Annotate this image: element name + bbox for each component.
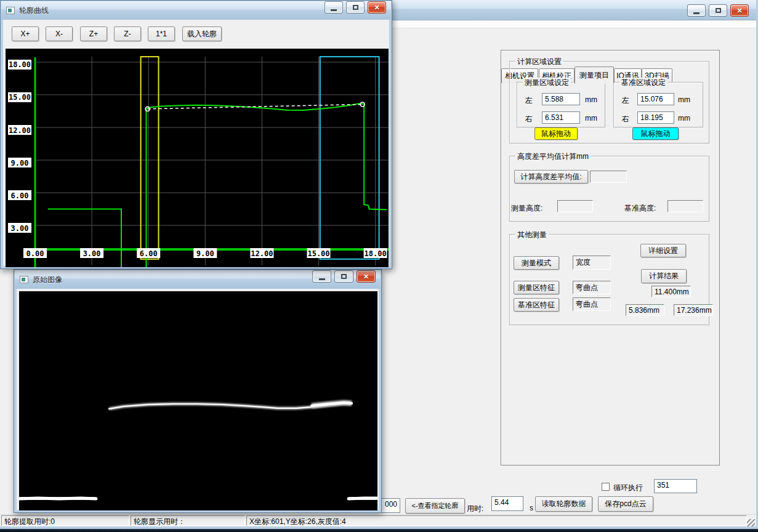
x-tick-label: 3.00	[83, 249, 101, 258]
calc-height-diff-button[interactable]: 计算高度差平均值:	[514, 170, 588, 183]
status-panel-extract-time: 轮廓提取用时:0	[1, 515, 129, 526]
measure-right-input[interactable]: 6.531	[542, 111, 580, 124]
profile-maximize-button[interactable]	[346, 1, 365, 14]
reference-left-label: 左	[622, 95, 629, 106]
profile-polyline	[48, 209, 121, 268]
status-panel-display-time: 轮廓显示用时：	[131, 515, 245, 526]
measure-drag-button[interactable]: 鼠标拖动	[534, 127, 578, 140]
image-window-icon	[20, 276, 28, 283]
measure-feature-button[interactable]: 测量区特征	[514, 281, 559, 294]
reference-left-input[interactable]: 15.076	[637, 93, 674, 105]
reference-height-label: 基准高度:	[624, 203, 656, 214]
profile-window-icon	[6, 7, 15, 14]
measure-region-rect[interactable]	[141, 57, 159, 259]
profile-close-button[interactable]: ✕	[368, 1, 386, 14]
image-window: 原始图像 ✕	[14, 269, 382, 513]
profile-polyline	[147, 103, 387, 267]
zoom-z-plus-button[interactable]: Z+	[80, 26, 107, 41]
desktop-strip	[0, 529, 758, 532]
image-maximize-button[interactable]	[334, 270, 353, 283]
x-tick-label: 9.00	[196, 249, 214, 258]
reference-height-field[interactable]	[667, 200, 703, 212]
profile-window-titlebar[interactable]: 轮廓曲线 ✕	[1, 1, 391, 20]
x-tick-label: 12.00	[251, 249, 273, 258]
load-profile-button[interactable]: 载入轮廓	[182, 26, 222, 41]
laser-image-canvas[interactable]	[19, 291, 377, 510]
result-right-field[interactable]: 17.236mm	[674, 304, 713, 316]
reference-right-unit: mm	[678, 114, 690, 123]
measure-feature-field[interactable]: 弯曲点	[573, 281, 611, 294]
height-diff-group-title: 高度差平均值计算mm	[515, 151, 591, 162]
read-profile-button[interactable]: 读取轮廓数据	[535, 496, 592, 512]
profile-window-client: X+ X- Z+ Z- 1*1 载入轮廓 3.006.009.0012.0015…	[3, 20, 389, 266]
x-tick-label: 6.00	[140, 249, 158, 258]
measure-mode-button[interactable]: 测量模式	[514, 256, 559, 270]
reference-area-title: 基准区域设定	[619, 78, 667, 88]
reference-feature-button[interactable]: 基准区特征	[514, 298, 559, 312]
y-tick-label: 3.00	[11, 224, 29, 233]
detail-settings-button[interactable]: 详细设置	[640, 244, 686, 257]
resize-grip[interactable]	[747, 519, 755, 526]
measure-area-title: 测量区域设定	[523, 78, 571, 88]
reference-right-input[interactable]: 18.195	[637, 111, 674, 124]
result-left-field[interactable]: 5.836mm	[626, 304, 664, 316]
image-window-titlebar[interactable]: 原始图像 ✕	[15, 270, 381, 289]
profile-chart-canvas[interactable]: 3.006.009.0012.0015.0018.000.003.006.009…	[6, 49, 389, 267]
measure-right-label: 右	[525, 114, 533, 124]
image-window-title: 原始图像	[33, 275, 62, 285]
main-minimize-button[interactable]	[687, 4, 706, 17]
tab-measurement-items[interactable]: 测量项目	[575, 66, 614, 84]
reference-left-unit: mm	[678, 95, 690, 104]
reference-region-rect[interactable]	[320, 57, 379, 259]
measure-right-unit: mm	[585, 114, 597, 123]
measure-height-field[interactable]	[557, 200, 593, 212]
zoom-z-minus-button[interactable]: Z-	[114, 26, 141, 41]
x-tick-label: 0.00	[26, 249, 44, 258]
elapsed-field[interactable]: 5.44	[491, 496, 523, 511]
y-tick-label: 15.00	[9, 93, 31, 102]
measure-left-input[interactable]: 5.588	[542, 93, 580, 105]
main-close-button[interactable]: ✕	[730, 4, 749, 17]
calc-result-button[interactable]: 计算结果	[641, 269, 687, 283]
x-tick-label: 15.00	[307, 249, 329, 258]
loop-checkbox-label: 循环执行	[613, 483, 643, 493]
zoom-reset-button[interactable]: 1*1	[148, 26, 175, 41]
y-tick-label: 18.00	[9, 60, 31, 69]
profile-minimize-button[interactable]	[325, 1, 343, 14]
y-tick-label: 9.00	[11, 159, 29, 167]
loop-count-field[interactable]: 351	[654, 479, 697, 493]
height-diff-result-field[interactable]	[590, 171, 627, 183]
save-pcd-button[interactable]: 保存pcd点云	[598, 496, 653, 512]
x-tick-label: 18.00	[365, 249, 387, 258]
profile-window: 轮廓曲线 ✕ X+ X- Z+ Z- 1*1 载入轮廓 3.006.009.00…	[0, 0, 392, 269]
elapsed-label: 用时:	[467, 504, 483, 514]
zoom-x-plus-button[interactable]: X+	[12, 26, 39, 41]
reference-drag-button[interactable]: 鼠标拖动	[632, 127, 679, 140]
elapsed-unit-label: s	[530, 504, 533, 512]
image-window-client	[17, 289, 379, 510]
status-panel-cursor-info: X坐标:601,Y坐标:26,灰度值:4	[246, 515, 747, 526]
profile-window-title: 轮廓曲线	[19, 6, 49, 16]
measure-height-label: 测量高度:	[511, 203, 542, 214]
measure-left-unit: mm	[585, 95, 597, 104]
reference-feature-field[interactable]: 弯曲点	[573, 297, 611, 311]
image-close-button[interactable]: ✕	[357, 270, 376, 283]
laser-line	[349, 498, 377, 499]
measure-mode-field[interactable]: 宽度	[573, 256, 611, 270]
y-tick-label: 12.00	[9, 126, 31, 135]
zoom-x-minus-button[interactable]: X-	[46, 26, 73, 41]
calc-area-group-title: 计算区域设置	[515, 57, 563, 67]
y-tick-label: 6.00	[11, 191, 29, 200]
main-maximize-button[interactable]	[709, 4, 727, 17]
loop-checkbox[interactable]	[602, 483, 610, 491]
result-width-field[interactable]: 11.400mm	[651, 286, 691, 297]
measure-left-label: 左	[525, 95, 533, 106]
image-minimize-button[interactable]	[312, 270, 331, 283]
other-measure-group-title: 其他测量	[515, 230, 549, 240]
reference-right-label: 右	[622, 114, 629, 124]
laser-line	[19, 498, 96, 499]
view-profile-button[interactable]: <-查看指定轮廓	[405, 498, 465, 514]
